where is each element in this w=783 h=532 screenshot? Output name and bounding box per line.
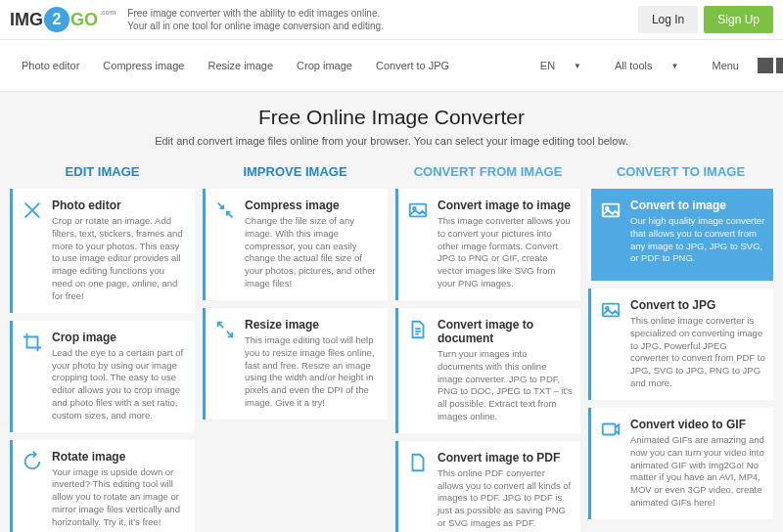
col-edit-image: EDIT IMAGE Photo editorCrop or rotate an… (10, 156, 195, 532)
svg-rect-4 (603, 304, 620, 317)
logo-text-go: GO (70, 10, 98, 30)
image-icon (599, 298, 622, 322)
card-compress-image[interactable]: Compress imageChange the file size of an… (203, 189, 388, 300)
card-title: Crop image (52, 331, 187, 344)
header: IMG 2 GO .com Free image converter with … (0, 0, 783, 40)
page-subtitle: Edit and convert image files online from… (10, 135, 773, 147)
login-button[interactable]: Log In (638, 6, 698, 33)
image-icon (599, 199, 622, 222)
card-convert-to-image[interactable]: Convert to imageOur high quality image c… (588, 189, 773, 281)
tagline: Free image converter with the ability to… (127, 7, 383, 32)
card-desc: This image converter allows you to conve… (438, 215, 573, 290)
card-desc: Your image is upside down or inverted? T… (52, 466, 187, 529)
card-title: Convert image to PDF (438, 451, 573, 465)
video-icon (599, 418, 622, 441)
menu-button[interactable]: Menu (696, 40, 773, 91)
card-desc: Crop or rotate an image. Add filters, te… (52, 215, 187, 303)
card-desc: Lead the eye to a certain part of your p… (52, 347, 187, 422)
logo[interactable]: IMG 2 GO .com (10, 7, 115, 32)
page-title: Free Online Image Converter (10, 106, 773, 129)
document-icon (406, 318, 430, 341)
chevron-down-icon: ▼ (664, 54, 687, 78)
col-head-improve: IMPROVE IMAGE (203, 156, 388, 189)
card-desc: This image editing tool will help you to… (245, 334, 380, 410)
card-title: Convert to image (630, 199, 765, 212)
card-desc: Change the file size of any image. With … (245, 215, 380, 290)
subnav-crop-image[interactable]: Crop image (285, 52, 364, 79)
image-icon (406, 199, 430, 222)
tool-columns: EDIT IMAGE Photo editorCrop or rotate an… (0, 156, 783, 532)
photo-editor-icon (21, 199, 44, 222)
col-head-from: CONVERT FROM IMAGE (395, 156, 580, 189)
card-title: Convert image to document (438, 318, 573, 345)
card-convert-image-to-document[interactable]: Convert image to documentTurn your image… (395, 308, 580, 433)
subnav-resize-image[interactable]: Resize image (196, 52, 285, 79)
card-photo-editor[interactable]: Photo editorCrop or rotate an image. Add… (10, 189, 195, 313)
tagline-line2: Your all in one tool for online image co… (127, 20, 383, 32)
hero: Free Online Image Converter Edit and con… (0, 92, 783, 156)
col-improve-image: IMPROVE IMAGE Compress imageChange the f… (203, 156, 388, 532)
card-convert-video-to-gif[interactable]: Convert video to GIFAnimated GIFs are am… (588, 408, 773, 519)
language-selector[interactable]: EN▼ (525, 44, 597, 87)
menu-icon (750, 48, 765, 83)
col-convert-from-image: CONVERT FROM IMAGE Convert image to imag… (395, 156, 580, 532)
card-crop-image[interactable]: Crop imageLead the eye to a certain part… (10, 321, 195, 432)
compress-icon (213, 199, 237, 222)
chevron-down-icon: ▼ (566, 54, 589, 78)
card-desc: This online image converter is specializ… (630, 315, 765, 390)
tagline-line1: Free image converter with the ability to… (127, 7, 383, 20)
logo-text-two: 2 (44, 7, 69, 32)
card-convert-image-to-pdf[interactable]: Convert image to PDFThis online PDF conv… (395, 441, 580, 532)
crop-icon (21, 331, 44, 354)
card-desc: This online PDF converter allows you to … (438, 467, 573, 530)
card-title: Resize image (245, 318, 380, 332)
col-head-to: CONVERT TO IMAGE (588, 156, 773, 189)
logo-text-sub: .com (100, 9, 115, 16)
svg-rect-0 (410, 204, 427, 217)
card-resize-image[interactable]: Resize imageThis image editing tool will… (203, 308, 388, 420)
signup-button[interactable]: Sign Up (704, 6, 773, 33)
pdf-icon (406, 451, 430, 474)
card-convert-image-to-image[interactable]: Convert image to imageThis image convert… (395, 189, 580, 300)
col-head-edit: EDIT IMAGE (10, 156, 195, 189)
card-convert-to-jpg[interactable]: Convert to JPGThis online image converte… (588, 288, 773, 400)
subnav-compress-image[interactable]: Compress image (91, 52, 196, 79)
resize-icon (213, 318, 237, 341)
card-title: Convert video to GIF (630, 418, 765, 431)
subnav-convert-to-jpg[interactable]: Convert to JPG (364, 52, 461, 79)
card-desc: Turn your images into documents with thi… (438, 348, 573, 423)
col-convert-to-image: CONVERT TO IMAGE Convert to imageOur hig… (588, 156, 773, 532)
card-rotate-image[interactable]: Rotate imageYour image is upside down or… (10, 440, 195, 532)
rotate-icon (21, 450, 44, 473)
subnav: Photo editor Compress image Resize image… (0, 40, 783, 92)
card-desc: Animated GIFs are amazing and now you ca… (630, 434, 765, 510)
svg-rect-6 (603, 423, 616, 434)
card-title: Convert image to image (438, 199, 573, 212)
logo-text-img: IMG (10, 10, 43, 30)
card-desc: Our high quality image converter that al… (630, 215, 765, 265)
subnav-photo-editor[interactable]: Photo editor (10, 52, 91, 79)
card-title: Photo editor (52, 199, 187, 212)
card-title: Compress image (245, 199, 380, 212)
card-title: Convert to JPG (630, 298, 765, 312)
svg-rect-2 (603, 204, 620, 217)
all-tools-dropdown[interactable]: All tools▼ (599, 44, 694, 87)
card-title: Rotate image (52, 450, 187, 464)
